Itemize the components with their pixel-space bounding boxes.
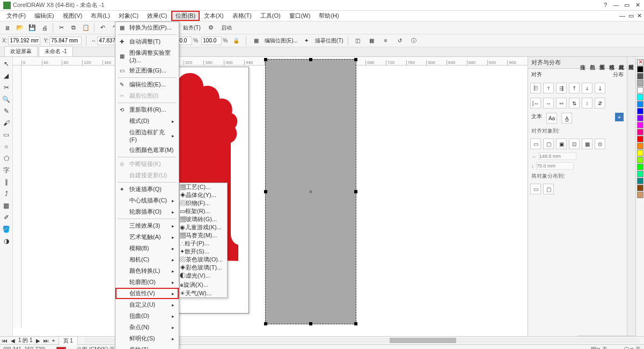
menu-item[interactable]: 艺术笔触(A)▸	[115, 231, 179, 243]
submenu-item[interactable]: ◈彩色玻璃(T)...	[180, 264, 227, 272]
color-swatch[interactable]	[637, 150, 643, 156]
lock-ratio-icon[interactable]: 🔒	[231, 35, 241, 46]
menu-effects[interactable]: 效果(C)	[143, 11, 171, 21]
add-page-icon[interactable]: +	[52, 338, 55, 344]
menu-item[interactable]: 扭曲(D)▸	[115, 310, 179, 322]
menu-item[interactable]: 三维效果(3)▸	[115, 220, 179, 231]
resample-icon[interactable]: ▦	[367, 35, 377, 46]
submenu-item[interactable]: ◐虚光(V)...	[180, 272, 227, 280]
submenu-item[interactable]: ▨茶色玻璃(O)...	[180, 256, 227, 264]
menu-item[interactable]: ▭矫正图像(G)...	[115, 65, 179, 76]
menu-table[interactable]: 表格(T)	[228, 11, 256, 21]
submenu-item[interactable]: ☀天气(W)...	[180, 289, 227, 297]
color-swatch[interactable]	[637, 94, 643, 100]
minimize-icon[interactable]: —	[613, 2, 619, 9]
menu-item[interactable]: ⟲重新取样(R)...	[115, 104, 179, 115]
color-swatch[interactable]	[637, 164, 643, 170]
maximize-icon[interactable]: ▭	[624, 2, 630, 9]
doc-minimize-icon[interactable]: —	[619, 12, 625, 19]
outline-none-icon[interactable]: ◯✕	[624, 346, 634, 350]
color-swatch[interactable]	[637, 101, 643, 107]
submenu-item[interactable]: ▦工艺(C)...	[180, 183, 227, 191]
y-field[interactable]	[49, 37, 82, 45]
menu-item[interactable]: 颜色转换(L)▸	[115, 265, 179, 277]
align-to-edge-icon[interactable]: ▣	[556, 139, 567, 149]
text-align-icon[interactable]: A̲	[561, 113, 572, 123]
submenu-item[interactable]: ▦马赛克(M)...	[180, 231, 227, 239]
color-swatch[interactable]	[637, 129, 643, 135]
trace-bitmap-label[interactable]: 描摹位图(T)	[315, 37, 343, 45]
fill-swatch-icon[interactable]	[56, 347, 66, 350]
menu-view[interactable]: 视图(V)	[58, 11, 87, 21]
pick-tool-icon[interactable]: ↖	[2, 59, 11, 69]
app-help-icon[interactable]: ?	[602, 2, 609, 9]
dist-to-page-icon[interactable]: ▢	[543, 184, 554, 194]
new-icon[interactable]: 🗎	[2, 23, 13, 33]
tab-untitled[interactable]: 未命名 -1	[39, 46, 73, 56]
cut-icon[interactable]: ✂	[56, 23, 67, 33]
menu-file[interactable]: 文件(F)	[2, 11, 30, 21]
menu-item[interactable]: 自定义(U)▸	[115, 299, 179, 310]
options-icon[interactable]: ⚙	[206, 23, 216, 33]
align-to-active-icon[interactable]: ▭	[530, 139, 541, 149]
paste-icon[interactable]: 📋	[80, 23, 91, 33]
color-swatch[interactable]	[637, 178, 643, 184]
color-swatch[interactable]	[637, 73, 643, 79]
side-tab-2[interactable]: 字符格式	[606, 57, 616, 336]
outline-tool-icon[interactable]: ◑	[2, 236, 11, 246]
menu-layout[interactable]: 布局(L)	[86, 11, 114, 21]
crop-tool-icon[interactable]: ✂	[2, 83, 11, 92]
side-tab-1[interactable]: 对象样式	[616, 57, 626, 336]
canvas[interactable]: 0408012016020024028032036040044048052056…	[13, 57, 528, 336]
align-to-page-icon[interactable]: ▢	[543, 139, 554, 149]
color-swatch[interactable]	[637, 171, 643, 177]
submenu-item[interactable]: ▭框架(R)...	[180, 207, 227, 215]
shape-tool-icon[interactable]: ◢	[2, 71, 11, 81]
menu-item[interactable]: ✚自动调整(T)	[115, 36, 179, 47]
menu-item[interactable]: 创造性(V)▸	[115, 288, 179, 299]
align-left-icon[interactable]: ⬱	[530, 83, 541, 93]
menu-text[interactable]: 文本(X)	[200, 11, 228, 21]
zoom-tool-icon[interactable]: 🔍	[2, 94, 11, 104]
ellipse-tool-icon[interactable]: ○	[2, 142, 11, 151]
submenu-item[interactable]: ∴粒子(P)...	[180, 239, 227, 248]
selected-bitmap[interactable]: ×	[265, 59, 356, 324]
dist-left-icon[interactable]: |↔	[530, 98, 541, 108]
prev-page-icon[interactable]: ◀	[11, 338, 15, 344]
menu-item[interactable]: 轮廓描摹(O)▸	[115, 206, 179, 217]
color-swatch[interactable]	[637, 108, 643, 114]
color-swatch[interactable]	[637, 87, 643, 93]
align-right-icon[interactable]: ⇶	[556, 83, 567, 93]
tab-welcome[interactable]: 欢迎屏幕	[4, 46, 38, 56]
color-none-icon[interactable]: ✕	[637, 59, 643, 66]
artistic-tool-icon[interactable]: 🖌	[2, 118, 11, 128]
print-icon[interactable]: 🖨	[39, 23, 50, 33]
parallel-tool-icon[interactable]: ∥	[2, 177, 11, 187]
color-swatch[interactable]	[637, 66, 643, 72]
x-field[interactable]	[8, 37, 40, 45]
submenu-item[interactable]: ◈晶体化(Y)...	[180, 191, 227, 199]
menu-item[interactable]: 模糊(B)▸	[115, 243, 179, 254]
menu-item[interactable]: 位图边框扩充(F)▸	[115, 127, 179, 144]
edit-bitmap-label[interactable]: 编辑位图(E)...	[265, 37, 298, 45]
effect-tool-icon[interactable]: ▦	[2, 201, 11, 210]
menu-item[interactable]: 相机(C)▸	[115, 254, 179, 265]
open-icon[interactable]: 📂	[14, 23, 25, 33]
text-tool-icon[interactable]: 字	[2, 165, 11, 175]
dist-space-h-icon[interactable]: ⇿	[556, 98, 567, 108]
color-swatch[interactable]	[637, 143, 643, 149]
edit-bitmap-button[interactable]: ▦	[251, 35, 261, 46]
align-icon[interactable]: ≡	[380, 35, 391, 46]
menu-item[interactable]: ✦快速描摹(Q)	[115, 184, 179, 195]
last-page-icon[interactable]: ⏭	[43, 338, 49, 344]
submenu-item[interactable]: ▨织物(F)...	[180, 199, 227, 207]
freehand-tool-icon[interactable]: ✎	[2, 106, 11, 116]
fill-tool-icon[interactable]: 🪣	[2, 224, 11, 234]
menu-window[interactable]: 窗口(W)	[285, 11, 315, 21]
dist-center-h-icon[interactable]: ↔	[543, 98, 554, 108]
copy-icon[interactable]: ⧉	[68, 23, 79, 33]
trace-bitmap-button[interactable]: ✦	[301, 35, 312, 46]
close-icon[interactable]: ✕	[634, 2, 641, 9]
align-center-h-icon[interactable]: ⫯	[543, 83, 554, 93]
submenu-item[interactable]: ▦玻璃砖(G)...	[180, 215, 227, 223]
